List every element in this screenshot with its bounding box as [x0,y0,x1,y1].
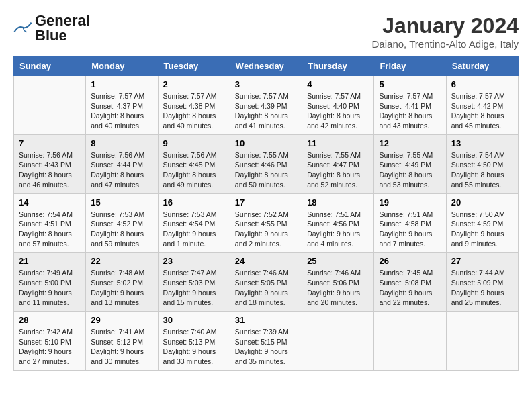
day-number: 10 [235,138,297,148]
day-number: 7 [19,138,81,148]
day-number: 17 [235,197,297,208]
calendar-cell: 25Sunrise: 7:46 AM Sunset: 5:06 PM Dayli… [302,253,374,312]
calendar-cell: 23Sunrise: 7:47 AM Sunset: 5:03 PM Dayli… [158,253,230,312]
day-number: 13 [451,138,513,148]
header-row: SundayMondayTuesdayWednesdayThursdayFrid… [14,57,519,76]
calendar-cell: 19Sunrise: 7:51 AM Sunset: 4:58 PM Dayli… [374,193,446,253]
day-info: Sunrise: 7:48 AM Sunset: 5:02 PM Dayligh… [91,268,152,308]
calendar-cell: 9Sunrise: 7:56 AM Sunset: 4:45 PM Daylig… [158,134,230,193]
day-number: 29 [91,315,152,325]
day-number: 3 [235,79,297,89]
day-info: Sunrise: 7:57 AM Sunset: 4:42 PM Dayligh… [451,91,513,131]
day-number: 4 [307,79,369,89]
calendar-cell: 18Sunrise: 7:51 AM Sunset: 4:56 PM Dayli… [302,193,374,253]
day-number: 11 [307,138,369,148]
day-number: 19 [379,197,441,208]
day-info: Sunrise: 7:46 AM Sunset: 5:06 PM Dayligh… [307,268,369,308]
day-info: Sunrise: 7:56 AM Sunset: 4:43 PM Dayligh… [19,150,81,190]
calendar-cell: 24Sunrise: 7:46 AM Sunset: 5:05 PM Dayli… [230,253,302,312]
day-number: 18 [307,197,369,208]
calendar-cell: 28Sunrise: 7:42 AM Sunset: 5:10 PM Dayli… [14,312,86,371]
calendar-cell: 11Sunrise: 7:55 AM Sunset: 4:47 PM Dayli… [302,134,374,193]
day-info: Sunrise: 7:41 AM Sunset: 5:12 PM Dayligh… [91,327,152,367]
day-info: Sunrise: 7:39 AM Sunset: 5:15 PM Dayligh… [235,327,297,367]
day-info: Sunrise: 7:49 AM Sunset: 5:00 PM Dayligh… [19,268,81,308]
calendar-cell: 15Sunrise: 7:53 AM Sunset: 4:52 PM Dayli… [86,193,158,253]
day-info: Sunrise: 7:45 AM Sunset: 5:08 PM Dayligh… [379,268,441,308]
day-info: Sunrise: 7:47 AM Sunset: 5:03 PM Dayligh… [163,268,225,308]
day-info: Sunrise: 7:53 AM Sunset: 4:54 PM Dayligh… [163,210,225,249]
calendar-cell: 6Sunrise: 7:57 AM Sunset: 4:42 PM Daylig… [446,76,518,135]
day-header-monday: Monday [86,57,158,76]
week-row-3: 14Sunrise: 7:54 AM Sunset: 4:51 PM Dayli… [14,193,519,253]
calendar-cell: 17Sunrise: 7:52 AM Sunset: 4:55 PM Dayli… [230,193,302,253]
calendar-cell [446,312,518,371]
day-info: Sunrise: 7:53 AM Sunset: 4:52 PM Dayligh… [91,210,152,249]
header: General Blue January 2024 Daiano, Trenti… [13,13,519,50]
day-info: Sunrise: 7:44 AM Sunset: 5:09 PM Dayligh… [451,268,513,308]
day-number: 15 [91,197,152,208]
day-number: 27 [451,256,513,266]
calendar-cell: 14Sunrise: 7:54 AM Sunset: 4:51 PM Dayli… [14,193,86,253]
day-number: 9 [163,138,225,148]
calendar-cell: 8Sunrise: 7:56 AM Sunset: 4:44 PM Daylig… [86,134,158,193]
day-number: 2 [163,79,225,89]
day-number: 20 [451,197,513,208]
day-number: 26 [379,256,441,266]
day-number: 21 [19,256,81,266]
calendar-cell: 4Sunrise: 7:57 AM Sunset: 4:40 PM Daylig… [302,76,374,135]
day-header-wednesday: Wednesday [230,57,302,76]
day-number: 14 [19,197,81,208]
day-number: 8 [91,138,152,148]
day-number: 1 [91,79,152,89]
week-row-4: 21Sunrise: 7:49 AM Sunset: 5:00 PM Dayli… [14,253,519,312]
calendar-cell: 5Sunrise: 7:57 AM Sunset: 4:41 PM Daylig… [374,76,446,135]
logo-icon [13,21,32,35]
calendar-cell: 13Sunrise: 7:54 AM Sunset: 4:50 PM Dayli… [446,134,518,193]
logo: General Blue [13,13,90,43]
day-number: 31 [235,315,297,325]
calendar-cell: 27Sunrise: 7:44 AM Sunset: 5:09 PM Dayli… [446,253,518,312]
day-number: 28 [19,315,81,325]
day-number: 22 [91,256,152,266]
calendar-cell: 30Sunrise: 7:40 AM Sunset: 5:13 PM Dayli… [158,312,230,371]
day-info: Sunrise: 7:56 AM Sunset: 4:44 PM Dayligh… [91,150,152,190]
calendar-cell [302,312,374,371]
day-number: 6 [451,79,513,89]
day-info: Sunrise: 7:55 AM Sunset: 4:47 PM Dayligh… [307,150,369,190]
day-info: Sunrise: 7:55 AM Sunset: 4:49 PM Dayligh… [379,150,441,190]
day-info: Sunrise: 7:40 AM Sunset: 5:13 PM Dayligh… [163,327,225,367]
logo-text-blue: Blue [35,27,67,44]
calendar-cell: 12Sunrise: 7:55 AM Sunset: 4:49 PM Dayli… [374,134,446,193]
calendar-cell [14,76,86,135]
day-header-thursday: Thursday [302,57,374,76]
calendar-cell: 21Sunrise: 7:49 AM Sunset: 5:00 PM Dayli… [14,253,86,312]
calendar-cell: 1Sunrise: 7:57 AM Sunset: 4:37 PM Daylig… [86,76,158,135]
subtitle: Daiano, Trentino-Alto Adige, Italy [372,38,519,50]
day-info: Sunrise: 7:54 AM Sunset: 4:51 PM Dayligh… [19,210,81,249]
day-header-tuesday: Tuesday [158,57,230,76]
day-info: Sunrise: 7:57 AM Sunset: 4:37 PM Dayligh… [91,91,152,131]
day-number: 25 [307,256,369,266]
calendar-cell: 29Sunrise: 7:41 AM Sunset: 5:12 PM Dayli… [86,312,158,371]
calendar-cell: 10Sunrise: 7:55 AM Sunset: 4:46 PM Dayli… [230,134,302,193]
day-info: Sunrise: 7:54 AM Sunset: 4:50 PM Dayligh… [451,150,513,190]
day-info: Sunrise: 7:51 AM Sunset: 4:56 PM Dayligh… [307,210,369,249]
day-number: 16 [163,197,225,208]
day-info: Sunrise: 7:57 AM Sunset: 4:39 PM Dayligh… [235,91,297,131]
calendar-cell: 3Sunrise: 7:57 AM Sunset: 4:39 PM Daylig… [230,76,302,135]
day-header-friday: Friday [374,57,446,76]
calendar-cell: 26Sunrise: 7:45 AM Sunset: 5:08 PM Dayli… [374,253,446,312]
day-header-sunday: Sunday [14,57,86,76]
day-info: Sunrise: 7:57 AM Sunset: 4:41 PM Dayligh… [379,91,441,131]
title-area: January 2024 Daiano, Trentino-Alto Adige… [372,13,519,50]
month-title: January 2024 [372,13,519,38]
day-info: Sunrise: 7:56 AM Sunset: 4:45 PM Dayligh… [163,150,225,190]
day-number: 24 [235,256,297,266]
day-number: 12 [379,138,441,148]
calendar-cell: 7Sunrise: 7:56 AM Sunset: 4:43 PM Daylig… [14,134,86,193]
calendar-cell [374,312,446,371]
day-number: 23 [163,256,225,266]
day-info: Sunrise: 7:55 AM Sunset: 4:46 PM Dayligh… [235,150,297,190]
day-number: 30 [163,315,225,325]
